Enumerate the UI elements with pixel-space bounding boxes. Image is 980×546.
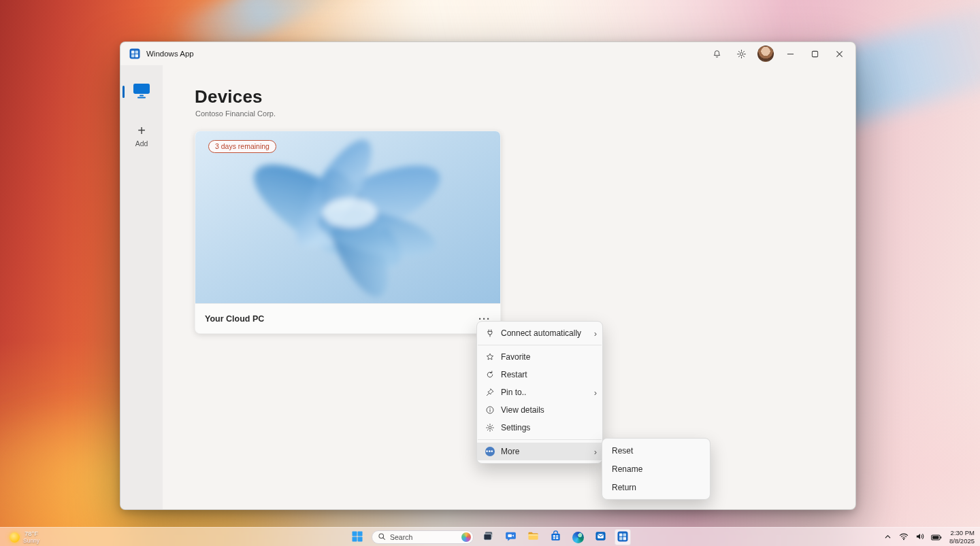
menu-item-connect-automatically[interactable]: Connect automatically › [477, 324, 602, 342]
settings-button[interactable] [729, 44, 753, 64]
file-explorer-button[interactable] [525, 529, 541, 545]
menu-item-view-details[interactable]: View details [477, 401, 602, 419]
info-icon [485, 405, 495, 415]
more-submenu: Reset Rename Return [602, 438, 710, 500]
menu-separator [478, 439, 602, 440]
speaker-icon [915, 532, 925, 543]
chevron-right-icon: › [594, 329, 597, 338]
pin-icon [485, 388, 495, 398]
menu-item-pin-to[interactable]: Pin to.. › [477, 383, 602, 401]
windows-app-icon [617, 531, 628, 544]
task-view-icon [483, 530, 494, 544]
weather-temp: 78°F [23, 530, 39, 538]
minimize-icon [787, 50, 794, 58]
menu-item-label: More [501, 447, 519, 456]
plug-icon [485, 328, 495, 339]
cloud-pc-name: Your Cloud PC [205, 314, 264, 324]
weather-condition: Sunny [23, 538, 39, 545]
sidebar-item-devices[interactable] [120, 75, 163, 109]
task-view-button[interactable] [480, 529, 496, 545]
sidebar-add-button[interactable]: + Add [120, 121, 163, 150]
window-title: Windows App [146, 50, 194, 58]
volume-button[interactable] [914, 530, 926, 544]
bell-icon [712, 49, 722, 59]
gear-icon [485, 423, 495, 433]
maximize-icon [811, 50, 819, 58]
search-icon [378, 532, 386, 543]
menu-item-more[interactable]: ••• More › [477, 443, 602, 460]
windows-app-taskbar-button[interactable] [615, 529, 631, 545]
start-button[interactable] [349, 529, 365, 545]
sun-icon [10, 532, 20, 543]
taskbar: 78°F Sunny Search [0, 527, 980, 546]
chevron-right-icon: › [594, 388, 597, 397]
submenu-item-reset[interactable]: Reset [602, 441, 710, 460]
plus-icon: + [137, 124, 146, 137]
menu-item-restart[interactable]: Restart [477, 366, 602, 383]
chevron-up-icon [884, 532, 892, 543]
outlook-button[interactable] [592, 529, 608, 545]
weather-widget[interactable]: 78°F Sunny [5, 528, 44, 546]
submenu-item-return[interactable]: Return [602, 478, 710, 496]
windows-logo-icon [352, 531, 363, 544]
devices-monitor-icon [132, 82, 151, 102]
restart-icon [485, 370, 495, 380]
desktop-wallpaper: Windows App [0, 0, 980, 546]
maximize-button[interactable] [802, 44, 827, 64]
close-button[interactable] [827, 44, 851, 64]
menu-item-favorite[interactable]: Favorite [477, 348, 602, 366]
wifi-button[interactable] [898, 530, 910, 544]
menu-item-settings[interactable]: Settings [477, 419, 602, 437]
add-label: Add [135, 139, 148, 148]
clock-time: 2:30 PM [951, 529, 975, 537]
menu-item-label: Favorite [501, 352, 530, 362]
expiry-badge: 3 days remaining [208, 140, 276, 153]
titlebar[interactable]: Windows App [120, 42, 855, 65]
page-subtitle: Contoso Financial Corp. [195, 109, 276, 118]
close-icon [836, 50, 843, 58]
account-button[interactable] [753, 44, 778, 64]
chevron-right-icon: › [594, 447, 597, 456]
selected-indicator [122, 86, 125, 98]
gear-icon [736, 49, 747, 59]
clock[interactable]: 2:30 PM 8/8/2025 [947, 529, 975, 545]
menu-item-label: Settings [501, 423, 530, 432]
menu-item-label: Restart [501, 370, 527, 379]
star-icon [485, 352, 495, 362]
menu-item-label: Pin to.. [501, 388, 526, 397]
search-box[interactable]: Search [372, 530, 474, 544]
tray-expand-button[interactable] [881, 530, 894, 544]
edge-icon [572, 532, 584, 543]
notifications-button[interactable] [704, 44, 729, 64]
clock-date: 8/8/2025 [949, 537, 975, 545]
menu-item-label: Connect automatically [501, 328, 581, 338]
store-bag-icon [550, 530, 561, 544]
search-highlight-icon [461, 532, 471, 542]
minimize-button[interactable] [778, 44, 802, 64]
search-label: Search [390, 533, 457, 541]
page-title: Devices [195, 86, 263, 107]
store-button[interactable] [547, 529, 564, 545]
wifi-icon [899, 532, 909, 543]
ellipsis-icon: ••• [485, 447, 495, 456]
cloud-pc-thumbnail: 3 days remaining [195, 131, 500, 305]
more-circle-icon: ••• [485, 447, 495, 457]
device-context-menu: Connect automatically › Favorite Restart… [476, 321, 603, 464]
windows-app-icon [129, 48, 140, 59]
menu-separator [478, 345, 602, 345]
cloud-pc-card[interactable]: 3 days remaining Your Cloud PC ··· [195, 131, 501, 334]
chat-icon [505, 530, 517, 544]
avatar [757, 46, 774, 62]
battery-icon [931, 532, 942, 543]
menu-item-label: View details [501, 405, 544, 415]
outlook-icon [595, 530, 606, 544]
edge-button[interactable] [570, 529, 586, 545]
folder-icon [527, 530, 539, 544]
card-footer: Your Cloud PC ··· [195, 303, 500, 333]
sidebar: + Add [120, 65, 163, 509]
chat-button[interactable] [502, 529, 519, 545]
battery-button[interactable] [930, 530, 943, 544]
submenu-item-rename[interactable]: Rename [602, 460, 710, 478]
